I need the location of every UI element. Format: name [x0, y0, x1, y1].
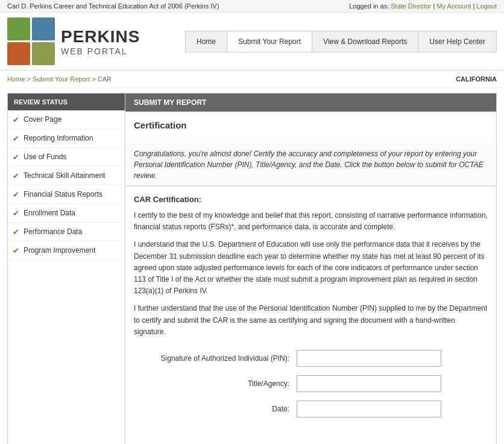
pin-row: Signature of Authorized Individual (PIN)…	[152, 350, 470, 367]
check-icon: ✔	[13, 153, 19, 162]
check-icon: ✔	[13, 209, 19, 218]
logo-icon-blue	[32, 17, 55, 40]
title-input[interactable]	[297, 375, 441, 392]
title-row: Title/Agency:	[152, 375, 470, 392]
certification-form: Signature of Authorized Individual (PIN)…	[134, 350, 488, 417]
sidebar-header: Review Status	[8, 94, 125, 110]
logo-icons	[7, 17, 55, 65]
nav-submit-report[interactable]: Submit Your Report	[227, 31, 312, 52]
submit-area: Submit My Report	[125, 440, 496, 444]
date-label: Date:	[152, 405, 297, 413]
logo-icon-green	[7, 17, 30, 40]
logo-icon-orange	[7, 42, 30, 65]
check-icon: ✔	[13, 134, 19, 143]
logo-subtitle: WEB PORTAL	[61, 46, 140, 56]
sidebar: Review Status ✔ Cover Page ✔ Reporting I…	[8, 94, 125, 444]
sidebar-label-financial-status: Financial Status Reports	[24, 190, 102, 198]
breadcrumb-state: CALIFORNIA	[456, 75, 497, 83]
breadcrumb-home[interactable]: Home	[7, 75, 25, 83]
user-role-link[interactable]: State Director	[391, 2, 431, 10]
sidebar-item-cover-page[interactable]: ✔ Cover Page	[8, 110, 125, 129]
check-icon: ✔	[13, 190, 19, 199]
check-icon: ✔	[13, 246, 19, 255]
title-label: Title/Agency:	[152, 379, 297, 388]
sidebar-item-enrollment-data[interactable]: ✔ Enrollment Data	[8, 204, 125, 223]
intro-text: Congratulations, you're almost done! Cer…	[125, 144, 496, 186]
sidebar-label-technical-skill: Technical Skill Attainment	[24, 171, 105, 180]
breadcrumb-current: CAR	[98, 75, 112, 83]
sidebar-label-cover-page: Cover Page	[24, 115, 61, 124]
content-area: Submit My Report Certification Congratul…	[125, 94, 496, 444]
check-icon: ✔	[13, 115, 19, 124]
date-row: Date:	[152, 401, 470, 417]
my-account-link[interactable]: My Account	[437, 2, 471, 10]
main-nav: Home Submit Your Report View & Download …	[185, 31, 497, 52]
sidebar-label-use-of-funds: Use of Funds	[24, 153, 66, 161]
sidebar-item-financial-status[interactable]: ✔ Financial Status Reports	[8, 185, 125, 204]
nav-home[interactable]: Home	[186, 31, 227, 52]
nav-user-help[interactable]: User Help Center	[418, 31, 496, 52]
logo-icon-olive	[32, 42, 55, 65]
content-header: Submit My Report	[125, 94, 496, 112]
breadcrumb: Home > Submit Your Report > CAR CALIFORN…	[0, 71, 504, 88]
pin-label: Signature of Authorized Individual (PIN)…	[152, 354, 297, 363]
top-bar-user: Logged in as: State Director | My Accoun…	[349, 2, 497, 10]
logged-in-label: Logged in as:	[349, 2, 389, 10]
top-bar-title: Carl D. Perkins Career and Technical Edu…	[7, 2, 219, 10]
cert-para-3: I further understand that the use of the…	[134, 303, 488, 338]
sidebar-item-technical-skill[interactable]: ✔ Technical Skill Attainment	[8, 166, 125, 185]
cert-section: CAR Certification: I certify to the best…	[125, 186, 496, 434]
pin-input[interactable]	[297, 350, 441, 367]
logo-title: PERKINS	[61, 27, 140, 46]
sidebar-label-reporting-info: Reporting Information	[24, 134, 93, 142]
sidebar-label-enrollment-data: Enrollment Data	[24, 209, 75, 217]
sidebar-item-program-improvement[interactable]: ✔ Program Improvement	[8, 241, 125, 260]
sidebar-item-use-of-funds[interactable]: ✔ Use of Funds	[8, 148, 125, 166]
check-icon: ✔	[13, 171, 19, 180]
logo-text: PERKINS WEB PORTAL	[61, 27, 140, 56]
content-body: Certification	[125, 112, 496, 144]
cert-para-2: I understand that the U.S. Department of…	[134, 239, 488, 297]
car-cert-title: CAR Certification:	[134, 195, 488, 204]
main-content: Review Status ✔ Cover Page ✔ Reporting I…	[7, 93, 497, 444]
header: PERKINS WEB PORTAL Home Submit Your Repo…	[0, 13, 504, 71]
sidebar-label-program-improvement: Program Improvement	[24, 246, 95, 255]
check-icon: ✔	[13, 227, 19, 236]
sidebar-item-reporting-info[interactable]: ✔ Reporting Information	[8, 129, 125, 148]
breadcrumb-submit[interactable]: Submit Your Report	[33, 75, 90, 83]
top-bar: Carl D. Perkins Career and Technical Edu…	[0, 0, 504, 13]
sidebar-item-performance-data[interactable]: ✔ Performance Data	[8, 223, 125, 241]
nav-view-download[interactable]: View & Download Reports	[312, 31, 418, 52]
logout-link[interactable]: Logout	[476, 2, 497, 10]
breadcrumb-path: Home > Submit Your Report > CAR	[7, 75, 112, 83]
certification-title: Certification	[134, 120, 488, 130]
cert-para-1: I certify to the best of my knowledge an…	[134, 210, 488, 233]
date-input[interactable]	[297, 401, 441, 417]
sidebar-label-performance-data: Performance Data	[24, 227, 82, 236]
